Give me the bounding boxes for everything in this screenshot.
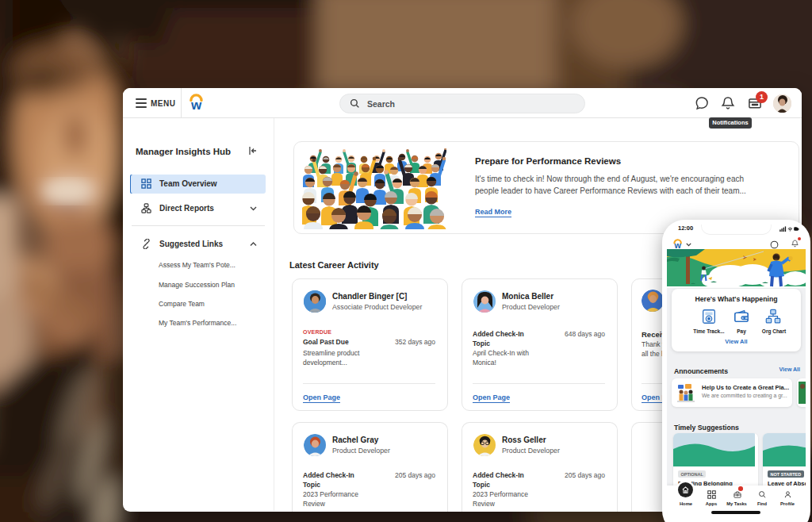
svg-text:w: w <box>190 98 202 112</box>
